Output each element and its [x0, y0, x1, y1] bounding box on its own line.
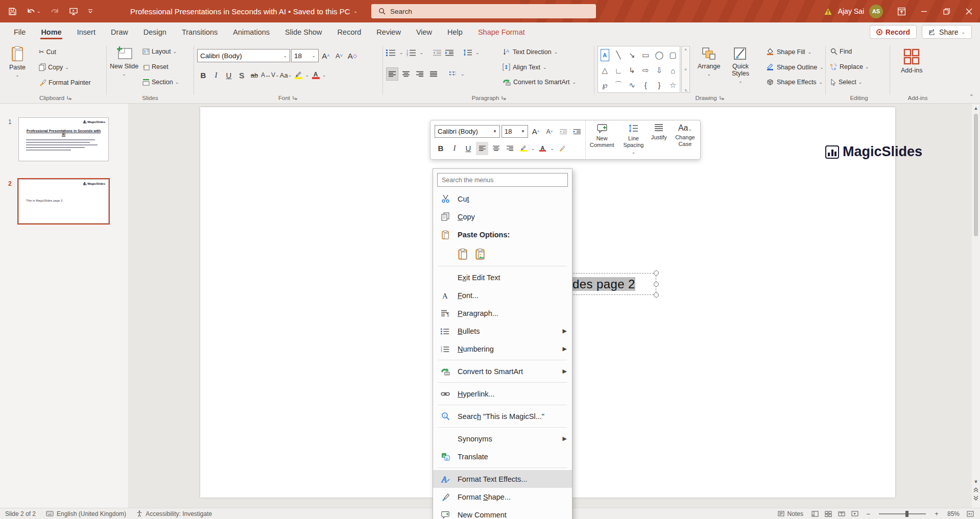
mini-italic-button[interactable]: I — [448, 142, 461, 155]
share-button[interactable]: Share ⌄ — [922, 25, 972, 39]
scroll-up-icon[interactable]: ▲ — [972, 104, 980, 113]
menu-item-search-this-is-magicsl[interactable]: iSearch "This is MagicSl..." — [433, 407, 572, 425]
shape-triangle-icon[interactable]: △ — [598, 64, 612, 78]
chevron-down-icon[interactable]: ⌄ — [399, 50, 403, 55]
zoom-in-button[interactable]: + — [930, 508, 943, 519]
zoom-slider-thumb[interactable] — [905, 511, 909, 517]
shape-brace-left-icon[interactable]: { — [639, 78, 653, 92]
quick-styles-button[interactable]: Quick Styles⌄ — [729, 47, 752, 84]
restore-button[interactable] — [935, 0, 958, 22]
mini-font-name-select[interactable]: Calibri (Body)▼ — [435, 125, 500, 138]
dialog-launcher-icon[interactable] — [720, 95, 725, 101]
tab-draw[interactable]: Draw — [104, 24, 135, 39]
copy-button[interactable]: Copy⌄ — [39, 63, 69, 71]
font-size-select[interactable]: 18⌄ — [291, 49, 319, 62]
replace-button[interactable]: bc Replace⌄ — [830, 63, 869, 70]
chevron-down-icon[interactable]: ⌄ — [531, 146, 535, 151]
highlight-color-button[interactable]: 🖉 — [293, 68, 305, 82]
zoom-level[interactable]: 85% — [943, 508, 964, 519]
resize-handle-top-right[interactable] — [654, 270, 659, 276]
mini-grow-font-button[interactable]: A˄ — [530, 125, 542, 138]
addins-button[interactable]: Add-ins — [901, 48, 922, 74]
change-case-button[interactable]: Aa⌄ — [280, 68, 292, 82]
accessibility-button[interactable]: Accessibility: Investigate — [131, 508, 217, 519]
resize-handle-middle-right[interactable] — [654, 282, 659, 287]
reading-view-button[interactable] — [835, 508, 848, 519]
shape-arc-icon[interactable]: ⌒ — [612, 78, 626, 92]
align-text-button[interactable]: Align Text⌄ — [503, 63, 547, 71]
mini-new-comment-button[interactable]: New Comment — [586, 123, 618, 148]
font-color-button[interactable]: A — [309, 68, 322, 82]
previous-slide-button[interactable] — [973, 487, 978, 492]
shape-arrow-down-icon[interactable]: ⇩ — [653, 64, 666, 78]
menu-search-input[interactable] — [438, 177, 567, 184]
shape-line-icon[interactable]: ╲ — [612, 46, 626, 64]
vertical-scrollbar[interactable]: ▲ ▼ — [972, 104, 980, 508]
format-painter-button[interactable]: Format Painter — [39, 79, 91, 86]
slide-2-row[interactable]: 2 MagicSlides This is MagicSlides page 2 — [8, 179, 109, 224]
zoom-slider[interactable] — [879, 513, 926, 514]
tab-animations[interactable]: Animations — [226, 24, 276, 39]
align-right-button[interactable] — [414, 67, 426, 81]
shape-fill-button[interactable]: Shape Fill⌄ — [766, 48, 811, 56]
menu-item-numbering[interactable]: 123Numbering▶ — [433, 340, 572, 358]
collapse-ribbon-icon[interactable]: ⌃ — [969, 93, 974, 100]
select-button[interactable]: Select⌄ — [830, 79, 862, 86]
record-button[interactable]: Record — [870, 25, 917, 39]
shape-brace-right-icon[interactable]: } — [653, 78, 666, 92]
chevron-down-icon[interactable]: ⌄ — [353, 9, 357, 14]
scrollbar-thumb[interactable] — [974, 114, 978, 236]
save-icon[interactable] — [8, 7, 17, 16]
increase-indent-button[interactable] — [445, 50, 454, 56]
menu-item-format-shape[interactable]: Format Shape... — [433, 488, 572, 506]
user-name[interactable]: Ajay Sai — [838, 7, 864, 15]
mini-decrease-indent-button[interactable] — [557, 125, 569, 138]
convert-to-smartart-button[interactable]: Convert to SmartArt⌄ — [503, 79, 576, 86]
align-center-button[interactable] — [400, 67, 412, 81]
section-button[interactable]: Section⌄ — [142, 79, 179, 86]
menu-item-convert-to-smartart[interactable]: Convert to SmartArt▶ — [433, 362, 572, 380]
menu-item-paste-options[interactable]: Paste Options: — [433, 226, 572, 243]
start-slideshow-icon[interactable] — [69, 7, 78, 16]
chevron-down-icon[interactable]: ⌄ — [420, 50, 424, 55]
menu-item-copy[interactable]: Copy — [433, 208, 572, 226]
slide-sorter-view-button[interactable] — [822, 508, 835, 519]
shape-arrow-icon[interactable]: ↘ — [625, 46, 639, 64]
shape-effects-button[interactable]: Shape Effects⌄ — [766, 79, 823, 86]
decrease-indent-button[interactable] — [433, 50, 442, 56]
chevron-down-icon[interactable]: ⌄ — [37, 9, 41, 14]
keyboard-language-button[interactable]: English (United Kingdom) — [41, 508, 131, 519]
scroll-down-icon[interactable]: ▼ — [974, 479, 978, 484]
new-slide-button[interactable]: New Slide⌄ — [110, 46, 138, 77]
fit-slide-to-window-button[interactable] — [964, 508, 977, 519]
tab-file[interactable]: File — [7, 24, 32, 39]
slideshow-view-button[interactable] — [848, 508, 862, 519]
slide-1-thumbnail[interactable]: MagicSlides Professional Presentations i… — [18, 117, 109, 161]
warning-icon[interactable] — [823, 7, 833, 16]
bullets-button[interactable] — [386, 49, 396, 56]
menu-item-synonyms[interactable]: Synonyms▶ — [433, 430, 572, 448]
paste-button[interactable]: Paste⌄ — [9, 46, 26, 78]
tab-shape-format[interactable]: Shape Format — [471, 24, 532, 39]
align-left-button[interactable] — [386, 67, 398, 81]
text-direction-button[interactable]: A Text Direction⌄ — [503, 48, 558, 56]
search-box[interactable]: Search — [371, 4, 596, 18]
menu-item-font[interactable]: AFont... — [433, 286, 572, 304]
shape-rectangle-icon[interactable]: ▭ — [639, 46, 653, 64]
underline-button[interactable]: U — [223, 68, 235, 82]
dialog-launcher-icon[interactable] — [293, 95, 298, 101]
bold-button[interactable]: B — [197, 68, 209, 82]
cut-button[interactable]: ✂Cut — [39, 48, 56, 56]
menu-item-new-comment[interactable]: New Comment — [433, 506, 572, 519]
mini-font-color-button[interactable]: A — [537, 142, 549, 155]
shape-elbow-arrow-icon[interactable]: ↳ — [625, 64, 639, 78]
columns-button[interactable] — [447, 67, 459, 81]
shape-arrow-right-icon[interactable]: ⇨ — [639, 64, 653, 78]
arrange-button[interactable]: Arrange⌄ — [698, 47, 720, 77]
menu-item-format-text-effects[interactable]: AFormat Text Effects... — [433, 470, 572, 488]
mini-shrink-font-button[interactable]: A˅ — [543, 125, 556, 138]
shape-scribble-icon[interactable]: ℘ — [598, 78, 612, 92]
tab-slide-show[interactable]: Slide Show — [278, 24, 329, 39]
menu-item-cut[interactable]: Cut — [433, 190, 572, 208]
shape-rounded-rectangle-icon[interactable]: ▢ — [666, 46, 680, 64]
